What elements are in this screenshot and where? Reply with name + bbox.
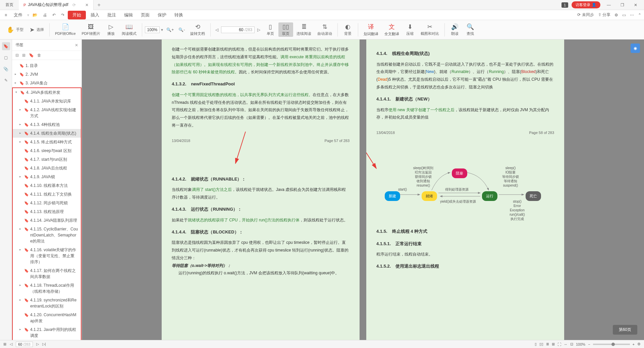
expand-all-icon[interactable]: ⊞ bbox=[22, 53, 25, 58]
document-tab[interactable]: P JAVA核心知识整理.pdf ⟳ ✕ bbox=[19, 0, 94, 10]
expand-icon[interactable]: ▸ bbox=[19, 283, 23, 288]
autoscroll[interactable]: ⇅自动滚动 bbox=[315, 22, 335, 37]
side-float-button[interactable]: ◉ bbox=[631, 44, 640, 53]
redo-icon[interactable]: ↷ bbox=[59, 11, 66, 19]
zoom-in-icon[interactable]: 🔍+ bbox=[164, 26, 176, 33]
view-cont-double-icon[interactable]: ⊞ bbox=[552, 342, 555, 346]
single-page[interactable]: ▯单页 bbox=[263, 22, 278, 37]
menu-review[interactable]: 批注 bbox=[104, 11, 119, 19]
menu-page[interactable]: 页面 bbox=[138, 11, 153, 19]
expand-icon[interactable]: ▸ bbox=[19, 327, 23, 332]
tab-pin-icon[interactable]: ⟳ bbox=[72, 3, 76, 7]
toc-item[interactable]: ▸🔖4.1.3. 4种线程池 bbox=[13, 120, 81, 129]
toc-item[interactable]: ▸🔖4.1.5. 终止线程4种方式 bbox=[13, 138, 81, 146]
play-button[interactable]: ▷播放 bbox=[104, 22, 118, 37]
toc-item[interactable]: ▸🔖4.1.4. 线程生命周期(状态) bbox=[13, 129, 81, 138]
share-button[interactable]: ⇧ 分享 bbox=[598, 12, 610, 18]
settings-status-icon[interactable]: ⚙ bbox=[637, 342, 641, 346]
double-page[interactable]: ▯▯双页 bbox=[278, 22, 293, 37]
zoom-input[interactable]: 100% bbox=[145, 26, 160, 33]
zoom-slider[interactable] bbox=[593, 344, 630, 345]
tab-home[interactable]: 首页 bbox=[0, 2, 19, 8]
status-page-input[interactable]: 60 /283 bbox=[16, 342, 33, 347]
toc-item[interactable]: 🔖4.1.7. start与run区别 bbox=[13, 155, 81, 164]
status-grid-icon[interactable]: ⊞ bbox=[3, 342, 6, 346]
expand-icon[interactable]: ▾ bbox=[15, 90, 19, 95]
toc-item[interactable]: 🔖4.1.6. sleep与wait 区别 bbox=[13, 146, 81, 155]
expand-icon[interactable]: ▸ bbox=[19, 175, 23, 179]
menu-protect[interactable]: 保护 bbox=[154, 11, 170, 19]
toc-item[interactable]: ▾🔖4. JAVA多线程并发 bbox=[13, 88, 81, 97]
toc-item[interactable]: 🔖4.1.17. 如何在两个线程之间共享数据 bbox=[13, 266, 81, 281]
menu-insert[interactable]: 插入 bbox=[87, 11, 103, 19]
bookmark-rail-icon[interactable]: 🔖 bbox=[2, 42, 10, 50]
expand-icon[interactable]: ▸ bbox=[19, 298, 23, 302]
page-input[interactable]: 60 /283 bbox=[221, 26, 255, 33]
toc-item[interactable]: ▸🔖2. JVM bbox=[12, 70, 82, 79]
settings-icon[interactable]: ⚙ bbox=[614, 13, 618, 17]
more-icon[interactable]: ⋯ bbox=[630, 13, 634, 17]
toc-item[interactable]: 🔖4.1.13. 线程池原理 bbox=[13, 207, 81, 216]
toc-item[interactable]: 🔖4.1.12. 同步锁与死锁 bbox=[13, 199, 81, 207]
compress-button[interactable]: ⬇压缩 bbox=[402, 22, 417, 37]
add-tab-button[interactable]: + bbox=[94, 2, 105, 8]
sidebar-close-icon[interactable]: ✕ bbox=[75, 43, 78, 48]
expand-icon[interactable]: ▸ bbox=[19, 227, 23, 231]
toc-item[interactable]: 🔖4.1.11. 线程上下文切换 bbox=[13, 190, 81, 199]
select-tool[interactable]: ➤选择 bbox=[27, 25, 47, 34]
window-icon[interactable]: ▭ bbox=[622, 13, 626, 17]
expand-icon[interactable]: ▸ bbox=[15, 72, 18, 77]
toc-item[interactable]: ▸🔖4.1.15. CyclicBarrier、CountDownLatch、S… bbox=[13, 225, 81, 246]
bookmark-delete-icon[interactable]: 🗑 bbox=[37, 53, 41, 58]
status-last-icon[interactable]: ▷| bbox=[42, 342, 46, 346]
toc-item[interactable]: 🔖4.1.20. ConcurrentHashMap并发 bbox=[13, 310, 81, 325]
collapse-all-icon[interactable]: ⊟ bbox=[15, 53, 19, 58]
close-tab-icon[interactable]: ✕ bbox=[85, 3, 89, 7]
expand-icon[interactable]: ▸ bbox=[19, 108, 23, 112]
toc-item[interactable]: ▸🔖4.1.2. JAVA线程实现/创建方式 bbox=[13, 106, 81, 120]
word-translate[interactable]: 译划词翻译 bbox=[361, 22, 381, 37]
menu-edit[interactable]: 编辑 bbox=[121, 11, 136, 19]
attachment-rail-icon[interactable]: 📎 bbox=[2, 65, 10, 73]
prev-page-icon[interactable]: ◁ bbox=[213, 26, 220, 33]
open-icon[interactable]: 📂 bbox=[31, 11, 40, 19]
toc-item[interactable]: ▸🔖4.1.21. Java中用到的线程调度 bbox=[13, 325, 81, 340]
expand-icon[interactable]: ▸ bbox=[19, 248, 23, 252]
view-double-icon[interactable]: ▯▯ bbox=[539, 342, 543, 346]
rotate-button[interactable]: ⟲旋转文档 bbox=[187, 22, 208, 37]
close-window-button[interactable]: ✕ bbox=[631, 3, 641, 7]
toc-item[interactable]: 🔖4.1.14. JAVA阻塞队列原理 bbox=[13, 216, 81, 225]
continuous-read[interactable]: ≣连续阅读 bbox=[294, 22, 314, 37]
crop-compare[interactable]: ✂截图和对比 bbox=[418, 22, 442, 37]
toc-item[interactable]: ▸🔖4.1.9. JAVA锁 bbox=[13, 172, 81, 181]
minimize-button[interactable]: — bbox=[604, 3, 614, 7]
status-prev-icon[interactable]: ◁ bbox=[10, 342, 12, 346]
read-mode[interactable]: 📖阅读模式 bbox=[119, 22, 139, 37]
thumbnail-rail-icon[interactable]: ▢ bbox=[2, 54, 10, 62]
undo-icon[interactable]: ↶ bbox=[50, 11, 58, 19]
annotation-rail-icon[interactable]: ✎ bbox=[2, 76, 10, 84]
fit-page-icon[interactable]: ⊡ bbox=[570, 342, 573, 346]
pdf-to-image[interactable]: 🖼PDF转图片 bbox=[79, 23, 103, 37]
toc-item[interactable]: ▸🔖4.1.18. ThreadLocal作用（线程本地存储） bbox=[13, 281, 81, 296]
toc-item[interactable]: ▸🔖4.1.16. volatile关键字的作用（变量可见性、禁止重排序） bbox=[13, 246, 81, 266]
fit-width-icon[interactable]: ↔ bbox=[564, 342, 568, 346]
menu-file[interactable]: 文件 bbox=[10, 11, 26, 19]
sync-status[interactable]: ⟳ 未同步 bbox=[577, 12, 594, 18]
menu-icon[interactable]: ≡ bbox=[3, 11, 9, 19]
view-single-icon[interactable]: ▯ bbox=[535, 342, 537, 346]
zoom-out-icon[interactable]: 🔍- bbox=[176, 26, 187, 33]
next-page-icon[interactable]: ▷ bbox=[255, 26, 262, 33]
zoom-in-status[interactable]: + bbox=[633, 342, 635, 346]
login-button[interactable]: 访客登录👤 bbox=[572, 1, 600, 8]
expand-icon[interactable]: ▸ bbox=[19, 122, 23, 127]
expand-icon[interactable]: ▸ bbox=[15, 81, 18, 85]
status-next-icon[interactable]: ▷ bbox=[36, 342, 39, 346]
zoom-out-status[interactable]: − bbox=[588, 342, 590, 346]
maximize-button[interactable]: ❐ bbox=[617, 3, 627, 7]
read-aloud[interactable]: 🔊朗读 bbox=[447, 22, 462, 37]
find-button[interactable]: 🔍查找 bbox=[463, 22, 478, 37]
background-button[interactable]: ◐背景 bbox=[340, 22, 355, 37]
notification-badge[interactable]: 1 bbox=[561, 2, 568, 8]
expand-icon[interactable]: ▸ bbox=[19, 131, 23, 136]
